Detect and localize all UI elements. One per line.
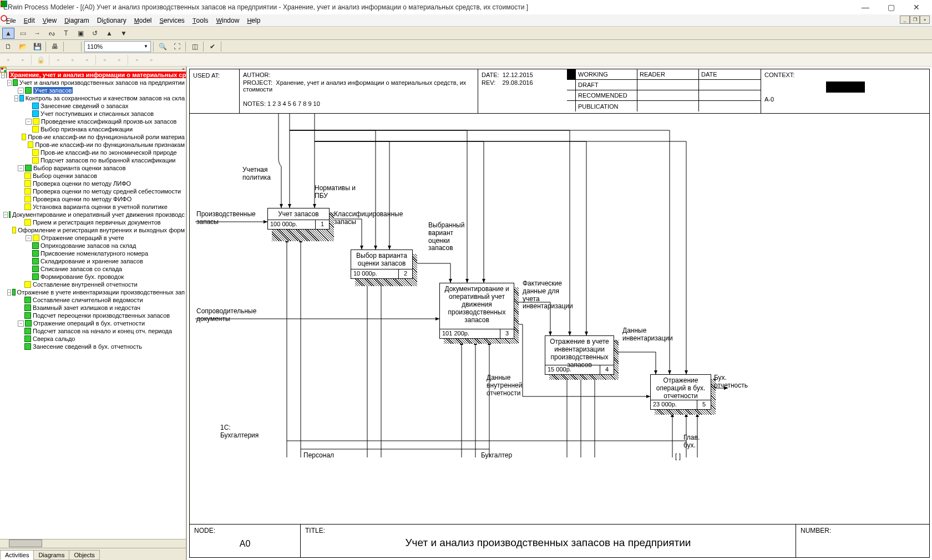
activity-box-4[interactable]: Отражение в учете инвентаризации произво… (545, 335, 614, 375)
tree-item[interactable]: Документирование и оперативный учет движ… (12, 211, 185, 218)
tree-item[interactable]: Занесение сведений о запасах (40, 103, 129, 109)
model-tree[interactable]: −Хранение, учет и анализ информации о ма… (0, 70, 186, 539)
mm-btn5[interactable]: ▫ (81, 54, 93, 65)
diagram-tool[interactable]: ▣ (74, 28, 87, 39)
activity-box-2[interactable]: Выбор варианта оценки запасов 10 000р.2 (351, 250, 413, 279)
model-explorer[interactable]: ◫ (189, 41, 201, 52)
tree-item[interactable]: Проверка оценки по методу средней себест… (33, 188, 181, 195)
open-button[interactable]: 📂 (17, 41, 29, 52)
tree-item[interactable]: Подсчет запасов по выбранной классификац… (40, 157, 176, 164)
save-button[interactable]: 💾 (31, 41, 43, 52)
minimize-button[interactable]: — (853, 1, 878, 13)
tree-item[interactable]: Отражение операций в учете (41, 235, 124, 241)
menu-dictionary[interactable]: Dictionary (93, 16, 130, 26)
close-button[interactable]: ✕ (904, 1, 929, 13)
tree-item[interactable]: Выбор признака классификации (40, 126, 133, 133)
mm-btn4[interactable]: ▫ (67, 54, 79, 65)
mdi-minimize[interactable]: _ (900, 16, 910, 24)
tree-item[interactable]: Проведение классификаций произв-ых запас… (41, 118, 176, 125)
mm-lock[interactable]: 🔒 (34, 54, 47, 65)
arrow-tool[interactable]: → (31, 28, 43, 39)
tree-item[interactable]: Прием и регистрация первичных документов (33, 219, 161, 226)
tree-item[interactable]: Выбор варианта оценки запасов (33, 165, 126, 171)
tree-item[interactable]: Составление сличительной ведомости (33, 297, 143, 303)
tree-item[interactable]: Подсчет запасов на начало и конец отч. п… (33, 328, 172, 334)
menu-tools[interactable]: Tools (189, 16, 212, 26)
mm-btn1[interactable]: ▫ (2, 54, 14, 65)
tab-activities[interactable]: Activities (0, 550, 34, 560)
report-button[interactable] (67, 41, 79, 52)
zoom-combo[interactable]: 110%▼ (84, 41, 151, 52)
arrow-label: Фактические данные для учета инвентариза… (523, 280, 573, 310)
tree-item[interactable]: Проверка оценки по методу ЛИФО (33, 180, 131, 187)
activity-box-3[interactable]: Документирование и оперативный учет движ… (439, 283, 514, 339)
titlebar: ERwin Process Modeler - [(A0) Учет и ана… (0, 0, 932, 14)
tree-item[interactable]: Отражение операций в бух. отчетности (33, 320, 145, 327)
diagram-canvas[interactable]: USED AT: AUTHOR: PROJECT: Хранение, учет… (187, 67, 932, 560)
tab-objects[interactable]: Objects (69, 550, 99, 560)
mdi-restore[interactable]: ❐ (910, 16, 920, 24)
goto-child[interactable]: ▲ (103, 28, 115, 39)
menu-help[interactable]: Help (243, 16, 264, 26)
menu-view[interactable]: View (39, 16, 60, 26)
tree-item[interactable]: Сверка сальдо (33, 335, 75, 342)
mm-btn7[interactable]: ▫ (113, 54, 125, 65)
arrow-label: Нормативы и ПБУ (315, 185, 356, 200)
tree-item[interactable]: Присвоение номенклатурного номера (40, 250, 148, 257)
tree-a1[interactable]: Учет запасов (33, 87, 73, 94)
activity-box-5[interactable]: Отражение операций в бух. отчетности 23 … (650, 374, 711, 410)
menu-window[interactable]: Window (212, 16, 244, 26)
text-tool[interactable]: T (60, 28, 72, 39)
tree-item[interactable]: Складирование и хранение запасов (40, 258, 143, 264)
new-button[interactable]: 🗋 (2, 41, 14, 52)
zoom-fit[interactable]: ⛶ (171, 41, 183, 52)
tree-item[interactable]: Пров-ие классиф-ии по экономической прир… (40, 149, 177, 156)
tree-item[interactable]: Контроль за сохранностью и качеством зап… (26, 95, 185, 101)
tree-hscroll[interactable] (0, 539, 186, 548)
menu-diagram[interactable]: Diagram (60, 16, 93, 26)
pointer-tool[interactable]: ▲ (2, 28, 14, 39)
zoom-in[interactable]: 🔍 (156, 41, 169, 52)
tree-root[interactable]: Хранение, учет и анализ информации о мат… (9, 72, 186, 78)
activity-box-1[interactable]: Учет запасов 100 000р.1 (267, 208, 330, 230)
menu-edit[interactable]: Edit (20, 16, 39, 26)
arrow-label: 1С: Бухгалтерия (220, 424, 259, 440)
mm-btn6[interactable]: ▫ (99, 54, 111, 65)
tree-item[interactable]: Взаимный зачет излишков и недостач (33, 304, 140, 311)
tree-item[interactable]: Составление внутренней отчетности (33, 281, 138, 288)
tree-item[interactable]: Выбор оценки запасов (33, 172, 97, 179)
arrow-label: Выбранный вариант оценки запасов (428, 222, 464, 252)
goto-parent[interactable]: ↺ (89, 28, 101, 39)
tree-item[interactable]: Занесение сведений в бух. отчетность (33, 343, 142, 350)
tree-item[interactable]: Списание запасов со склада (40, 266, 122, 272)
tree-item[interactable]: Формирование бух. проводок (40, 273, 124, 280)
tree-item[interactable]: Пров-ие классиф-ии по функциональным при… (35, 141, 185, 148)
tree-item[interactable]: Установка варианта оценки в учетной поли… (33, 203, 168, 210)
print-button[interactable]: 🖶 (49, 41, 61, 52)
maximize-button[interactable]: ▢ (879, 1, 903, 13)
menu-model[interactable]: Model (130, 16, 156, 26)
tree-a0[interactable]: Учет и анализ производственных запасов н… (19, 79, 185, 86)
standard-toolbar: 🗋 📂 💾 🖶 110%▼ 🔍 ⛶ ◫ ✔ (0, 40, 932, 53)
tree-item[interactable]: Отражение в учете инвентаризации произво… (17, 289, 185, 296)
activity-tool[interactable]: ▭ (17, 28, 29, 39)
menu-services[interactable]: Services (156, 16, 189, 26)
tree-item[interactable]: Оприходование запасов на склад (40, 242, 136, 249)
tab-diagrams[interactable]: Diagrams (33, 550, 69, 560)
tree-item[interactable]: Пров-ие классиф-ии по функциональной рол… (28, 134, 185, 140)
tree-item[interactable]: Учет поступивших и списанных запасов (40, 110, 154, 117)
tree-item[interactable]: Оформление и регистрация внутренних и вы… (18, 227, 185, 233)
tree-item[interactable]: Проверка оценки по методу ФИФО (33, 196, 131, 202)
mm-btn3[interactable]: ▫ (52, 54, 64, 65)
spell-check[interactable]: ✔ (206, 41, 219, 52)
arrow-label: Персонал (303, 452, 334, 460)
modelmart-toolbar: ▫ ▫ 🔒 ▫ ▫ ▫ ▫ ▫ ▫ ▫ (0, 53, 932, 67)
tree-item[interactable]: Подсчет переоценки производственных запа… (33, 312, 170, 319)
goto-sibling[interactable]: ▼ (118, 28, 130, 39)
mdi-close[interactable]: × (920, 16, 930, 24)
mm-btn2[interactable]: ▫ (17, 54, 29, 65)
mm-btn9[interactable]: ▫ (145, 54, 158, 65)
squiggle-tool[interactable]: ᔓ (45, 28, 58, 39)
mm-btn8[interactable]: ▫ (131, 54, 143, 65)
modelmart-button[interactable] (224, 41, 236, 52)
